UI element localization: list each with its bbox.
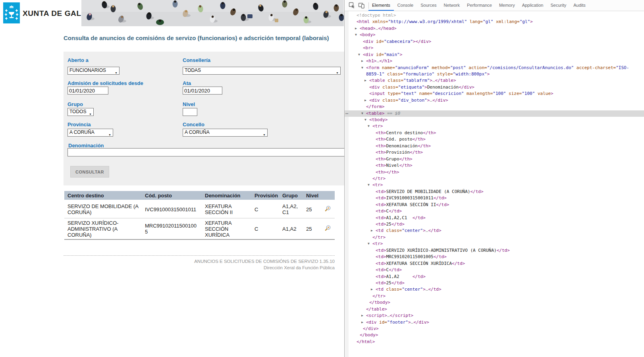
devtools-tree-line[interactable]: <div id="cabeceira"></div> bbox=[345, 39, 644, 45]
expand-arrow-icon[interactable]: ▶ bbox=[364, 79, 366, 83]
devtools-tree-line[interactable]: </tr> bbox=[345, 293, 644, 299]
tab-security[interactable]: Security bbox=[547, 0, 570, 11]
devtools-tree-line[interactable]: ▼<form name="anuncioForm" method="post" … bbox=[345, 65, 644, 71]
devtools-tree-line[interactable]: ▶<div id="footer">…</div> bbox=[345, 319, 644, 326]
inspect-element-icon[interactable] bbox=[348, 2, 356, 10]
tab-elements[interactable]: Elements bbox=[368, 0, 394, 11]
devtools-tree-line[interactable]: ▼<tr> bbox=[345, 182, 644, 188]
devtools-tree-line[interactable]: <th>Nivel</th> bbox=[345, 162, 644, 169]
devtools-tree-line[interactable]: <td>A1,A2 </td> bbox=[345, 274, 644, 280]
expand-arrow-icon[interactable]: ▶ bbox=[355, 27, 357, 31]
expand-arrow-icon[interactable]: ▶ bbox=[371, 229, 373, 233]
devtools-tree-line[interactable]: ▼<tr> bbox=[345, 241, 644, 247]
expand-arrow-icon[interactable]: ▶ bbox=[371, 288, 373, 291]
devtools-tree-line[interactable]: <html xmlns="http://www.w3.org/1999/xhtm… bbox=[345, 19, 644, 25]
devtools-tree-line[interactable]: <td>C</td> bbox=[345, 267, 644, 273]
devtools-tree-line[interactable]: ▼<body> bbox=[345, 32, 644, 38]
expand-arrow-icon[interactable]: ▶ bbox=[361, 320, 363, 324]
devtools-tree-line[interactable]: <th></th> bbox=[345, 169, 644, 176]
devtools-tree-line[interactable]: 8859-1" class="formulario" style="width:… bbox=[345, 71, 644, 77]
devtools-tree-line[interactable]: ▶<table class="tablafrm">…</table> bbox=[345, 77, 644, 84]
devtools-tree-line[interactable]: </table> bbox=[345, 306, 644, 313]
tab-console[interactable]: Console bbox=[394, 0, 417, 11]
devtools-tree-line[interactable]: <th>Grupo</th> bbox=[345, 156, 644, 162]
devtools-tree-line[interactable]: <th>Cód. posto</th> bbox=[345, 136, 644, 143]
consultar-button[interactable]: CONSULTAR bbox=[70, 166, 109, 178]
devtools-tree-line[interactable]: ▼<tr> bbox=[345, 123, 644, 129]
code-token: <td> bbox=[376, 208, 386, 214]
code-token: Provisión bbox=[386, 150, 410, 155]
conselleria-select[interactable]: TODAS ▼ bbox=[183, 67, 341, 75]
devtools-tree-line[interactable]: <td>25</td> bbox=[345, 280, 644, 286]
admision-desde-input[interactable] bbox=[67, 87, 108, 95]
concello-select[interactable]: A CORUÑA ▼ bbox=[183, 129, 268, 137]
collapse-arrow-icon[interactable]: ▼ bbox=[368, 124, 370, 128]
devtools-tree-line[interactable]: </tbody> bbox=[345, 299, 644, 306]
tab-performance[interactable]: Performance bbox=[463, 0, 496, 11]
tab-application[interactable]: Application bbox=[519, 0, 547, 11]
devtools-tree-line[interactable]: <th>Provisión</th> bbox=[345, 149, 644, 156]
denominacion-input[interactable] bbox=[67, 148, 344, 156]
device-toolbar-icon[interactable] bbox=[357, 2, 365, 10]
devtools-tree-line[interactable]: <td>C</td> bbox=[345, 208, 644, 214]
code-token: </table> bbox=[435, 78, 456, 83]
expand-arrow-icon[interactable]: ▶ bbox=[361, 314, 363, 318]
devtools-tree-line[interactable]: <th>Denominación</th> bbox=[345, 143, 644, 149]
devtools-tree-line[interactable]: …▼<table> == $0 bbox=[345, 110, 644, 117]
overflow-menu-icon[interactable]: … bbox=[345, 109, 349, 116]
grupo-select[interactable]: TODOS ▼ bbox=[67, 108, 94, 116]
devtools-tree-line[interactable]: <!doctype html> bbox=[345, 12, 644, 19]
devtools-tree-line[interactable]: ▶<td class="center">…</td> bbox=[345, 286, 644, 293]
devtools-tree-line[interactable]: ▶<h1>…</h1> bbox=[345, 58, 644, 64]
devtools-tree-line[interactable]: <th>Centro destino</th> bbox=[345, 130, 644, 136]
devtools-tree-line[interactable]: ▶<head>…</head> bbox=[345, 25, 644, 32]
devtools-tree-line[interactable]: <td>SERVIZO DE MOBILIDADE (A CORUÑA)</td… bbox=[345, 189, 644, 195]
collapse-arrow-icon[interactable]: ▼ bbox=[361, 112, 363, 116]
devtools-tree-line[interactable]: ▶<div class="div_boton">…</div> bbox=[345, 97, 644, 104]
collapse-arrow-icon[interactable]: ▼ bbox=[358, 53, 360, 57]
tab-sources[interactable]: Sources bbox=[417, 0, 440, 11]
code-token: … bbox=[432, 78, 435, 83]
code-token: <td> bbox=[376, 261, 386, 266]
devtools-tree-line[interactable]: </tr> bbox=[345, 234, 644, 241]
devtools-tree-line[interactable]: <td>25</td> bbox=[345, 221, 644, 228]
tab-memory[interactable]: Memory bbox=[496, 0, 519, 11]
devtools-tree-line[interactable]: ▼<div id="main"> bbox=[345, 52, 644, 58]
expand-arrow-icon[interactable]: ▶ bbox=[361, 59, 363, 63]
collapse-arrow-icon[interactable]: ▼ bbox=[361, 66, 363, 70]
devtools-tree-line[interactable]: ▶<script>…</script> bbox=[345, 313, 644, 319]
nivel-input[interactable] bbox=[183, 108, 197, 116]
collapse-arrow-icon[interactable]: ▼ bbox=[355, 33, 357, 37]
devtools-tree-line[interactable]: </html> bbox=[345, 339, 644, 345]
magnifier-plus-icon[interactable] bbox=[324, 225, 331, 233]
expand-arrow-icon[interactable]: ▶ bbox=[364, 98, 366, 102]
devtools-tree-line[interactable]: <td>MRC991020115001005</td> bbox=[345, 254, 644, 260]
devtools-tree-line[interactable]: <br> bbox=[345, 45, 644, 51]
xunta-logo[interactable] bbox=[3, 2, 20, 23]
tab-network[interactable]: Network bbox=[440, 0, 463, 11]
devtools-tree-line[interactable]: <input type="text" name="descricion" max… bbox=[345, 91, 644, 97]
devtools-tree-line[interactable]: </body> bbox=[345, 332, 644, 338]
code-token: "cabeceira" bbox=[384, 39, 413, 44]
devtools-tree-line[interactable]: <div class="etiqueta">Denominación</div> bbox=[345, 84, 644, 91]
collapse-arrow-icon[interactable]: ▼ bbox=[364, 118, 366, 122]
devtools-tree-line[interactable]: <td>A1,A2,C1 </td> bbox=[345, 215, 644, 221]
devtools-tree-line[interactable]: <td>XEFATURA SECCIÓN XURÍDICA</td> bbox=[345, 261, 644, 267]
devtools-tree-line[interactable]: </form> bbox=[345, 104, 644, 110]
devtools-tree-line[interactable]: <td>XEFATURA SECCIÓN II</td> bbox=[345, 202, 644, 208]
collapse-arrow-icon[interactable]: ▼ bbox=[368, 242, 370, 246]
devtools-tree-line[interactable]: ▶<td class="center">…</td> bbox=[345, 228, 644, 234]
tab-audits[interactable]: Audits bbox=[570, 0, 589, 11]
devtools-tree-line[interactable]: ▼<tbody> bbox=[345, 117, 644, 123]
code-token: <table bbox=[369, 78, 385, 83]
magnifier-plus-icon[interactable] bbox=[324, 205, 331, 213]
devtools-tree-line[interactable]: <td>IVC991000315001011</td> bbox=[345, 195, 644, 201]
provincia-select[interactable]: A CORUÑA ▼ bbox=[67, 129, 113, 137]
devtools-tree-line[interactable]: <td>SERVIZO XURÍDICO-ADMINISTRATIVO (A C… bbox=[345, 247, 644, 254]
aberto-a-select[interactable]: FUNCIONARIOS ▼ bbox=[67, 67, 120, 75]
devtools-tree-line[interactable]: </div> bbox=[345, 326, 644, 332]
code-token: class= bbox=[384, 287, 402, 292]
devtools-tree-line[interactable]: </tr> bbox=[345, 176, 644, 182]
collapse-arrow-icon[interactable]: ▼ bbox=[368, 183, 370, 187]
ata-input[interactable] bbox=[183, 87, 222, 95]
